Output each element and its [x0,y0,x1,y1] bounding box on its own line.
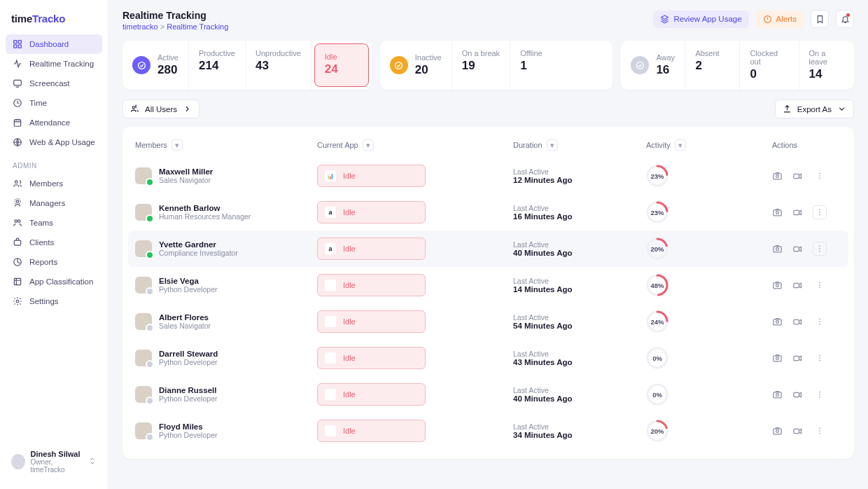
stat-on-a-break[interactable]: On a break19 [452,41,510,90]
nav-item-members[interactable]: Members [6,174,102,193]
row-menu-button[interactable] [813,169,827,183]
table-row[interactable]: Albert FloresSales NavigatorIdleLast Act… [135,303,841,340]
stat-offline[interactable]: Offline1 [510,41,565,90]
screenshot-icon[interactable] [772,353,783,364]
svg-rect-32 [774,209,781,215]
member-role: Sales Navigator [159,176,213,184]
current-app-chip[interactable]: aIdle [317,201,426,223]
duration-value: 16 Minutes Ago [513,212,646,221]
users-icon [130,104,139,113]
video-icon[interactable] [792,317,803,327]
row-menu-button[interactable] [813,351,827,365]
stat-idle[interactable]: Idle24 [314,43,369,87]
footer-user-role: Owner, timeTracko [31,458,83,474]
duration-value: 43 Minutes Ago [513,358,646,366]
table-row[interactable]: Darrell StewardPython DeveloperIdleLast … [135,340,841,376]
row-menu-button[interactable] [813,315,827,329]
svg-rect-0 [14,41,17,43]
stat-group-inactive: Inactive20On a break19Offline1 [380,41,613,90]
screenshot-icon[interactable] [772,244,783,254]
nav-item-clients[interactable]: Clients [6,233,102,252]
row-menu-button[interactable] [813,242,827,256]
sort-members[interactable]: ▾ [172,139,183,151]
duration-value: 54 Minutes Ago [513,322,646,330]
nav-item-reports[interactable]: Reports [6,252,102,272]
video-icon[interactable] [792,353,803,364]
stat-unproductive[interactable]: Unproductive43 [246,41,312,90]
stat-active[interactable]: Active280 [122,41,189,90]
row-menu-button[interactable] [813,424,827,438]
screenshot-icon[interactable] [772,390,783,400]
alerts-button[interactable]: Alerts [756,11,804,28]
layers-icon [660,15,669,24]
screenshot-icon[interactable] [772,207,783,218]
video-icon[interactable] [792,426,803,436]
nav-item-attendance[interactable]: Attendance [6,113,102,132]
video-icon[interactable] [792,171,803,181]
svg-point-68 [819,357,820,359]
screenshot-icon[interactable] [772,317,783,327]
sort-activity[interactable]: ▾ [675,139,686,151]
current-app-chip[interactable]: aIdle [317,237,426,260]
video-icon[interactable] [792,244,803,254]
current-app-chip[interactable]: Idle [317,310,426,333]
breadcrumb[interactable]: timetracko > Realtime Tracking [122,22,228,31]
current-app-chip[interactable]: Idle [317,274,426,296]
chevron-right-icon [183,104,192,113]
nav-item-app-classification[interactable]: App Classification [6,272,102,291]
sort-app[interactable]: ▾ [363,139,374,151]
activity-ring: 23% [646,165,668,187]
screenshot-icon[interactable] [772,171,783,181]
screenshot-icon[interactable] [772,280,783,291]
nav-item-realtime-tracking[interactable]: Realtime Tracking [6,54,102,74]
current-app-chip[interactable]: Idle [317,347,426,369]
nav-item-screencast[interactable]: Screencast [6,74,102,93]
duration-value: 34 Minutes Ago [513,431,646,439]
duration-value: 12 Minutes Ago [513,176,646,184]
current-app-chip[interactable]: Idle [317,383,426,406]
nav-item-web-app-usage[interactable]: Web & App Usage [6,132,102,152]
svg-point-57 [776,320,779,323]
nav-item-managers[interactable]: Managers [6,193,102,213]
video-icon[interactable] [792,390,803,400]
row-menu-button[interactable] [813,205,827,219]
sidebar-footer[interactable]: Dinesh Silwal Owner, timeTracko [6,444,102,479]
svg-point-60 [819,321,820,322]
sort-duration[interactable]: ▾ [547,139,558,151]
svg-point-73 [776,393,779,396]
nav-item-time[interactable]: Time [6,93,102,113]
member-avatar [135,350,152,366]
stat-on-a-leave[interactable]: On a leave14 [799,41,854,90]
video-icon[interactable] [792,207,803,218]
table-row[interactable]: Kenneth BarlowHuman Resources ManageraId… [135,194,841,230]
table-row[interactable]: Dianne RussellPython DeveloperIdleLast A… [135,376,841,413]
stat-productive[interactable]: Productive214 [189,41,246,90]
stat-clocked-out[interactable]: Clocked out0 [740,41,799,90]
table-row[interactable]: Floyd MilesPython DeveloperIdleLast Acti… [135,413,841,449]
table-row[interactable]: Yvette GardnerCompliance InvestigatoraId… [128,230,848,267]
notifications-button[interactable] [836,10,854,28]
svg-rect-66 [794,356,799,360]
current-app-chip[interactable]: 📊Idle [317,165,426,187]
table-row[interactable]: Maxwell MillerSales Navigator📊IdleLast A… [135,158,841,194]
row-menu-button[interactable] [813,387,827,401]
screenshot-icon[interactable] [772,426,783,436]
nav-admin-label: ADMIN [6,152,102,174]
table-row[interactable]: Elsie VegaPython DeveloperIdleLast Activ… [135,267,841,303]
stat-away[interactable]: Away16 [621,41,685,90]
stat-absent[interactable]: Absent2 [685,41,740,90]
bell-icon [841,15,850,24]
current-app-chip[interactable]: Idle [317,420,426,442]
nav-item-dashboard[interactable]: Dashboard [6,34,102,54]
all-users-filter[interactable]: All Users [122,99,200,118]
nav-item-settings[interactable]: Settings [6,291,102,311]
stat-inactive[interactable]: Inactive20 [380,41,452,90]
row-menu-button[interactable] [813,278,827,292]
video-icon[interactable] [792,280,803,291]
bookmark-button[interactable] [811,10,829,28]
review-app-usage-button[interactable]: Review App Usage [653,11,748,28]
svg-point-65 [776,357,779,359]
export-as-button[interactable]: Export As [775,99,854,118]
svg-rect-3 [18,45,21,48]
nav-item-teams[interactable]: Teams [6,213,102,233]
